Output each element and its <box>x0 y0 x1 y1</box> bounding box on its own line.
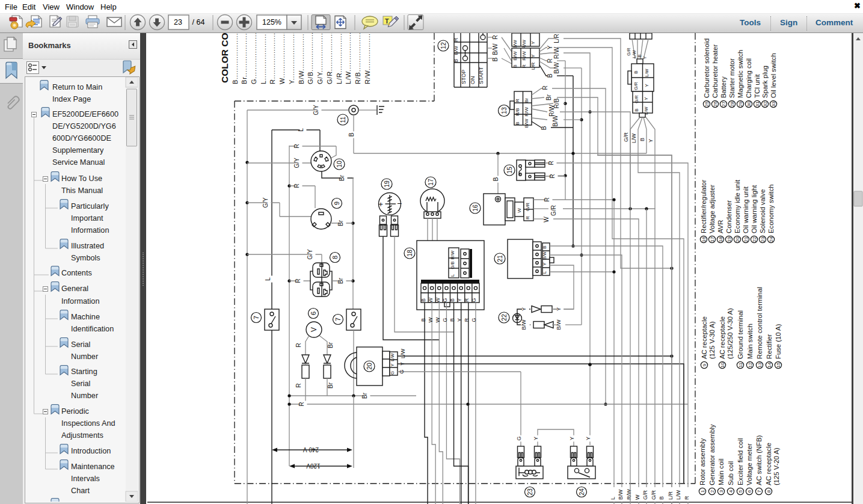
svg-text:W.............................: W.............................. <box>278 33 286 84</box>
svg-text:Y: Y <box>585 437 591 440</box>
svg-text:Y: Y <box>542 262 547 266</box>
svg-text:L: L <box>610 497 616 500</box>
svg-text:26: 26 <box>713 101 718 106</box>
svg-text:W: W <box>517 208 522 213</box>
svg-text:18: 18 <box>406 250 413 257</box>
svg-text:11: 11 <box>738 362 743 367</box>
svg-text:R/W: R/W <box>524 107 529 117</box>
svg-text:B/W: B/W <box>492 43 499 55</box>
svg-text:R: R <box>492 35 499 39</box>
svg-text:Adjustments: Adjustments <box>61 431 103 440</box>
svg-text:L/R: L/R <box>553 34 560 43</box>
svg-text:19: 19 <box>726 236 732 242</box>
svg-text:AC switch (NFB): AC switch (NFB) <box>755 435 763 485</box>
svg-text:20: 20 <box>366 363 373 370</box>
svg-text:B: B <box>547 73 553 78</box>
svg-text:10: 10 <box>336 161 343 168</box>
svg-text:(125/250 V-30 A): (125/250 V-30 A) <box>726 308 734 359</box>
svg-text:Voltage meter: Voltage meter <box>746 443 753 485</box>
svg-text:W: W <box>435 298 441 303</box>
svg-text:Economy idle unit: Economy idle unit <box>734 179 741 233</box>
svg-text:B: B <box>453 59 459 63</box>
svg-text:5: 5 <box>738 490 743 493</box>
svg-text:21: 21 <box>496 255 503 262</box>
svg-text:Y: Y <box>521 307 527 311</box>
svg-text:L: L <box>265 277 271 281</box>
svg-text:Br............................: Br.............................. <box>241 33 248 84</box>
svg-text:B/W: B/W <box>553 62 560 73</box>
svg-text:R: R <box>549 174 556 178</box>
svg-text:32: 32 <box>763 101 768 106</box>
svg-text:B: B <box>541 126 547 130</box>
svg-text:(125 V-30 A): (125 V-30 A) <box>708 321 716 359</box>
svg-text:G/R: G/R <box>626 48 631 56</box>
svg-text:15: 15 <box>776 362 781 367</box>
svg-text:G: G <box>516 436 522 440</box>
svg-text:Y: Y <box>399 362 405 366</box>
svg-text:B.............................: B.............................. <box>232 33 239 84</box>
svg-text:G/Y: G/Y <box>262 197 269 208</box>
svg-text:B/W: B/W <box>556 319 562 330</box>
svg-text:L/R: L/R <box>530 63 536 70</box>
svg-text:Number: Number <box>71 392 99 400</box>
svg-text:(125 V-20 A): (125 V-20 A) <box>773 447 780 485</box>
svg-text:R/W: R/W <box>521 51 527 61</box>
svg-text:V: V <box>310 327 318 332</box>
svg-text:B/W...........................: B/W.............................. <box>298 33 305 84</box>
svg-text:G/B...........................: G/B.............................. <box>307 33 314 84</box>
svg-text:Identification: Identification <box>71 325 114 333</box>
svg-text:B: B <box>633 70 639 73</box>
svg-text:B: B <box>420 318 426 322</box>
svg-text:How To Use: How To Use <box>61 174 102 183</box>
svg-text:R: R <box>547 58 553 63</box>
svg-text:R/W...........................: R/W.............................. <box>364 33 371 84</box>
svg-text:G/R: G/R <box>642 490 648 500</box>
svg-text:Starting: Starting <box>71 367 97 376</box>
svg-text:Number: Number <box>71 352 99 361</box>
svg-text:R/W: R/W <box>450 250 455 260</box>
svg-text:L/W...........................: L/W.............................. <box>345 33 352 84</box>
svg-text:L/R...........................: L/R.............................. <box>336 33 343 84</box>
svg-text:R: R <box>295 343 302 347</box>
svg-text:28: 28 <box>729 101 735 106</box>
svg-text:Intervals: Intervals <box>71 475 100 483</box>
svg-text:ON: ON <box>470 76 476 85</box>
svg-text:/ 64: / 64 <box>192 18 205 26</box>
svg-text:Voltage adjuster: Voltage adjuster <box>708 185 716 233</box>
svg-text:R: R <box>515 99 520 102</box>
svg-text:Br: Br <box>327 382 334 389</box>
svg-text:Y: Y <box>530 54 536 58</box>
svg-text:Sub coil: Sub coil <box>727 461 734 485</box>
svg-text:R.............................: R.............................. <box>269 33 276 84</box>
svg-text:R: R <box>525 216 530 220</box>
svg-text:R: R <box>453 37 459 41</box>
svg-text:G: G <box>471 318 477 322</box>
svg-text:Maintenance: Maintenance <box>71 463 115 471</box>
svg-text:Contents: Contents <box>61 269 92 277</box>
svg-text:Rectifier: Rectifier <box>766 334 773 359</box>
svg-text:24: 24 <box>578 488 585 496</box>
svg-text:G/R: G/R <box>623 132 629 143</box>
svg-text:COLOR CODE: COLOR CODE <box>220 33 230 83</box>
svg-text:G: G <box>442 318 448 322</box>
svg-text:G: G <box>390 371 395 375</box>
svg-text:Carburetor solenoid: Carburetor solenoid <box>703 38 710 98</box>
svg-text:B/W: B/W <box>453 46 459 55</box>
svg-text:B: B <box>449 318 455 322</box>
svg-text:30: 30 <box>746 101 752 106</box>
svg-text:B: B <box>449 298 455 302</box>
svg-text:L/W: L/W <box>390 352 395 361</box>
svg-text:G/R: G/R <box>633 82 639 90</box>
svg-text:Br: Br <box>339 174 345 181</box>
svg-text:Y: Y <box>644 84 650 87</box>
svg-text:B: B <box>542 245 547 248</box>
svg-text:B: B <box>492 57 499 61</box>
svg-text:W: W <box>428 317 434 322</box>
svg-text:G/Y: G/Y <box>307 249 313 260</box>
svg-text:Y.............................: Y.............................. <box>288 33 295 84</box>
svg-text:Y: Y <box>569 437 575 440</box>
svg-text:15: 15 <box>506 167 513 174</box>
svg-text:20: 20 <box>735 236 740 242</box>
svg-text:L/W: L/W <box>675 490 681 500</box>
svg-text:R/W: R/W <box>626 489 632 500</box>
